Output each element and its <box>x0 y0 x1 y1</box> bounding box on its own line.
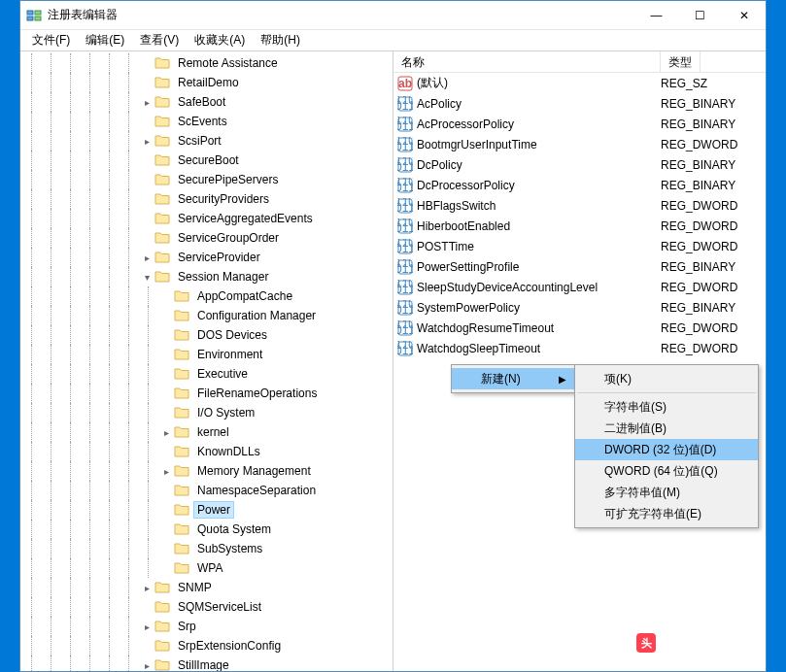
menu-item-1[interactable]: 编辑(E) <box>78 30 132 50</box>
tree-expander-icon[interactable]: ▸ <box>158 463 174 479</box>
tree-item[interactable]: RetailDemo <box>22 73 393 92</box>
tree-label: kernel <box>193 423 233 441</box>
tree-item[interactable]: SubSystems <box>22 539 393 558</box>
tree-item[interactable]: SrpExtensionConfig <box>22 636 393 655</box>
list-item[interactable]: 110011DcProcessorPolicyREG_BINARY <box>393 175 766 195</box>
tree-item[interactable]: ▸StillImage <box>22 655 393 671</box>
list-item[interactable]: 110011AcPolicyREG_BINARY <box>393 93 766 114</box>
folder-icon <box>174 561 189 575</box>
list-item[interactable]: 110011BootmgrUserInputTimeREG_DWORD <box>393 134 766 154</box>
tree-item[interactable]: SecurePipeServers <box>22 170 393 189</box>
tree-expander-icon <box>158 405 174 420</box>
tree-expander-icon <box>139 191 154 207</box>
tree-item[interactable]: ScEvents <box>22 112 393 131</box>
tree-item[interactable]: ServiceAggregatedEvents <box>22 209 393 228</box>
submenu-arrow-icon: ▶ <box>559 374 566 385</box>
tree-expander-icon[interactable]: ▸ <box>158 424 174 440</box>
tree-label: ServiceProvider <box>174 249 264 266</box>
tree-expander-icon[interactable]: ▸ <box>139 580 154 595</box>
tree-item[interactable]: DOS Devices <box>22 325 393 345</box>
tree-pane[interactable]: Remote AssistanceRetailDemo▸SafeBootScEv… <box>20 51 393 671</box>
list-item[interactable]: 110011AcProcessorPolicyREG_BINARY <box>393 114 766 134</box>
tree-item[interactable]: WPA <box>22 558 393 578</box>
ctx-new[interactable]: 新建(N) ▶ <box>452 368 574 389</box>
list-item[interactable]: 110011POSTTimeREG_DWORD <box>393 236 766 256</box>
tree-item[interactable]: FileRenameOperations <box>22 384 393 403</box>
column-name[interactable]: 名称 <box>393 51 661 72</box>
tree-item[interactable]: SecureBoot <box>22 151 393 170</box>
value-type: REG_SZ <box>661 77 707 90</box>
tree-item[interactable]: Configuration Manager <box>22 306 393 325</box>
value-type-icon: 110011 <box>397 218 413 234</box>
tree-item[interactable]: ▸ScsiPort <box>22 131 393 151</box>
ctx-item[interactable]: 项(K) <box>575 368 758 389</box>
value-type-icon: 110011 <box>397 300 413 316</box>
folder-icon <box>154 620 170 633</box>
list-item[interactable]: 110011WatchdogSleepTimeoutREG_DWORD <box>393 338 766 358</box>
list-item[interactable]: 110011DcPolicyREG_BINARY <box>393 154 766 175</box>
tree-expander-icon[interactable]: ▸ <box>139 250 154 265</box>
tree-item[interactable]: SecurityProviders <box>22 189 393 209</box>
list-item[interactable]: 110011HiberbootEnabledREG_DWORD <box>393 216 766 236</box>
list-header: 名称 类型 <box>393 51 766 73</box>
tree-item[interactable]: Quota System <box>22 520 393 539</box>
tree-expander-icon[interactable]: ▸ <box>139 657 154 671</box>
tree-item[interactable]: Remote Assistance <box>22 53 393 73</box>
tree-item[interactable]: ▸SNMP <box>22 578 393 597</box>
value-name: WatchdogResumeTimeout <box>417 321 661 335</box>
ctx-item[interactable]: 字符串值(S) <box>575 396 758 418</box>
value-name: WatchdogSleepTimeout <box>417 342 661 355</box>
tree-item[interactable]: ServiceGroupOrder <box>22 228 393 248</box>
tree-item[interactable]: ▸ServiceProvider <box>22 248 393 267</box>
tree-expander-icon[interactable]: ▸ <box>139 94 154 110</box>
svg-text:011: 011 <box>397 201 413 214</box>
tree-expander-icon[interactable]: ▸ <box>139 133 154 149</box>
tree-label: Configuration Manager <box>193 307 320 324</box>
menu-item-2[interactable]: 查看(V) <box>132 30 187 50</box>
tree-expander-icon[interactable]: ▾ <box>139 269 154 285</box>
tree-expander-icon[interactable]: ▸ <box>139 619 154 634</box>
list-item[interactable]: 110011SystemPowerPolicyREG_BINARY <box>393 297 766 318</box>
list-item[interactable]: 110011SleepStudyDeviceAccountingLevelREG… <box>393 277 766 297</box>
maximize-button[interactable]: ☐ <box>678 1 722 30</box>
list-pane[interactable]: 名称 类型 ab(默认)REG_SZ110011AcPolicyREG_BINA… <box>393 51 766 671</box>
list-item[interactable]: 110011PowerSettingProfileREG_BINARY <box>393 256 766 277</box>
tree-expander-icon <box>158 483 174 498</box>
tree-item[interactable]: SQMServiceList <box>22 597 393 617</box>
tree-item[interactable]: AppCompatCache <box>22 286 393 306</box>
tree-label: Environment <box>193 346 266 363</box>
tree-item[interactable]: ▸SafeBoot <box>22 92 393 112</box>
tree-item[interactable]: Power <box>22 500 393 520</box>
ctx-item[interactable]: 多字符串值(M) <box>575 482 758 503</box>
tree-item[interactable]: Environment <box>22 345 393 364</box>
ctx-item[interactable]: QWORD (64 位)值(Q) <box>575 460 758 482</box>
tree-label: ScEvents <box>174 113 231 130</box>
regedit-window: 注册表编辑器 — ☐ ✕ 文件(F)编辑(E)查看(V)收藏夹(A)帮助(H) … <box>19 0 767 672</box>
menu-item-3[interactable]: 收藏夹(A) <box>187 30 253 50</box>
minimize-button[interactable]: — <box>634 1 678 30</box>
column-type[interactable]: 类型 <box>661 51 701 72</box>
tree-item[interactable]: KnownDLLs <box>22 442 393 461</box>
list-item[interactable]: 110011HBFlagsSwitchREG_DWORD <box>393 195 766 216</box>
tree-item[interactable]: NamespaceSeparation <box>22 481 393 500</box>
tree-item[interactable]: ▸Memory Management <box>22 461 393 481</box>
ctx-item[interactable]: 二进制值(B) <box>575 418 758 439</box>
list-item[interactable]: 110011WatchdogResumeTimeoutREG_DWORD <box>393 318 766 338</box>
tree-item[interactable]: ▸Srp <box>22 617 393 636</box>
content-area: Remote AssistanceRetailDemo▸SafeBootScEv… <box>20 51 766 671</box>
list-item[interactable]: ab(默认)REG_SZ <box>393 73 766 93</box>
svg-text:011: 011 <box>397 344 413 356</box>
close-button[interactable]: ✕ <box>722 1 766 30</box>
folder-icon <box>174 484 189 497</box>
ctx-item[interactable]: 可扩充字符串值(E) <box>575 503 758 524</box>
menu-item-4[interactable]: 帮助(H) <box>253 30 308 50</box>
menu-item-0[interactable]: 文件(F) <box>24 30 78 50</box>
ctx-item[interactable]: DWORD (32 位)值(D) <box>575 439 758 460</box>
tree-item[interactable]: ▸kernel <box>22 422 393 442</box>
tree-item[interactable]: Executive <box>22 364 393 384</box>
value-name: DcPolicy <box>417 158 661 172</box>
tree-item[interactable]: I/O System <box>22 403 393 422</box>
tree-item[interactable]: ▾Session Manager <box>22 267 393 286</box>
value-type-icon: 110011 <box>397 259 413 275</box>
tree-label: Power <box>193 501 234 519</box>
